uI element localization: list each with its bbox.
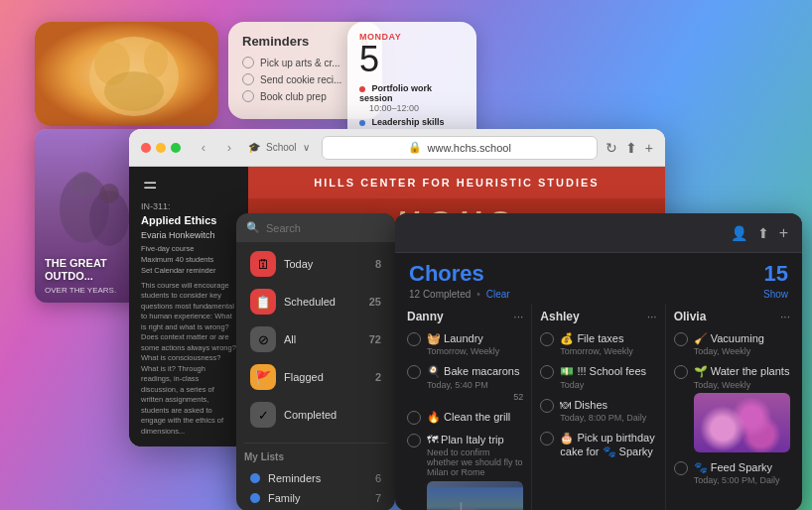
browser-reload-button[interactable]: ↻ bbox=[606, 140, 617, 156]
reminder-text-3: Book club prep bbox=[260, 91, 327, 102]
grill-emoji: 🔥 bbox=[427, 411, 441, 423]
taxes-emoji: 💰 bbox=[560, 332, 574, 344]
vacuum-checkbox[interactable] bbox=[674, 332, 688, 346]
task-file-taxes[interactable]: 💰 File taxes Tomorrow, Weekly bbox=[540, 331, 656, 356]
chores-show-button[interactable]: Show bbox=[763, 289, 788, 300]
cake-emoji: 🎂 bbox=[560, 432, 574, 444]
sidebar-item-scheduled[interactable]: 📋 Scheduled 25 bbox=[244, 284, 387, 319]
svg-point-4 bbox=[104, 71, 164, 111]
browser-share-button[interactable]: ⬆ bbox=[625, 140, 637, 156]
plants-checkbox[interactable] bbox=[674, 365, 688, 379]
task-clean-grill[interactable]: 🔥 Clean the grill bbox=[407, 410, 523, 425]
scheduled-count: 25 bbox=[369, 296, 381, 308]
chores-panel-title: Chores bbox=[409, 261, 484, 287]
course-instructor: Evaria Honkewitch bbox=[141, 230, 236, 240]
my-lists-section: Reminders 6 Family 7 Work 5 Groceries 11 bbox=[236, 464, 395, 510]
reminders-sidebar-panel: 🔍 🗓 Today 8 📋 Scheduled 25 ⊘ All 72 bbox=[236, 213, 395, 510]
today-count: 8 bbox=[375, 258, 381, 270]
browser-forward-button[interactable]: › bbox=[218, 137, 240, 159]
grill-checkbox[interactable] bbox=[407, 411, 421, 425]
event-dot-1 bbox=[359, 86, 365, 92]
italy-preview-image bbox=[427, 481, 523, 510]
sparky-emoji: 🐾 bbox=[694, 461, 708, 473]
family-list-dot bbox=[250, 493, 260, 503]
search-input[interactable] bbox=[266, 222, 385, 234]
danny-col-name: Danny bbox=[407, 310, 444, 323]
reminders-list-label: Reminders bbox=[268, 472, 321, 484]
sidebar-item-flagged[interactable]: 🚩 Flagged 2 bbox=[244, 359, 387, 395]
laundry-checkbox[interactable] bbox=[407, 332, 421, 346]
reminders-list-dot bbox=[250, 473, 260, 483]
italy-image-preview bbox=[427, 481, 523, 510]
chores-clear-button[interactable]: Clear bbox=[486, 289, 510, 300]
macarons-checkbox[interactable] bbox=[407, 365, 421, 379]
reminders-list-count: 6 bbox=[375, 472, 381, 484]
ashley-col-header: Ashley ··· bbox=[540, 308, 656, 325]
task-water-plants[interactable]: 🌱 Water the plants Today, Weekly bbox=[674, 364, 790, 451]
macarons-emoji: 🍳 bbox=[427, 365, 441, 377]
svg-point-8 bbox=[72, 172, 96, 195]
browser-back-button[interactable]: ‹ bbox=[193, 137, 214, 159]
italy-checkbox[interactable] bbox=[407, 434, 421, 447]
reminders-search-bar: 🔍 bbox=[236, 213, 395, 242]
svg-point-9 bbox=[99, 184, 119, 203]
task-feed-sparky[interactable]: 🐾 Feed Sparky Today, 5:00 PM, Daily bbox=[674, 460, 790, 485]
browser-toolbar: ‹ › 🎓 School ∨ 🔒 www.hchs.school ↻ ⬆ + bbox=[129, 129, 665, 167]
list-item-family[interactable]: Family 7 bbox=[244, 488, 387, 508]
add-task-icon[interactable]: + bbox=[779, 224, 788, 242]
feed-sparky-checkbox[interactable] bbox=[674, 461, 688, 475]
ashley-col-name: Ashley bbox=[540, 310, 579, 323]
today-icon: 🗓 bbox=[250, 251, 276, 277]
fees-name: 💵 !!! School fees bbox=[560, 364, 656, 378]
taxes-meta: Tomorrow, Weekly bbox=[560, 346, 656, 356]
sparky-cake-checkbox[interactable] bbox=[540, 432, 554, 446]
dishes-meta: Today, 8:00 PM, Daily bbox=[560, 413, 656, 423]
olivia-col-name: Olivia bbox=[674, 310, 707, 323]
sidebar-item-all[interactable]: ⊘ All 72 bbox=[244, 321, 387, 357]
task-vacuuming[interactable]: 🧹 Vacuuming Today, Weekly bbox=[674, 331, 790, 356]
sidebar-item-today[interactable]: 🗓 Today 8 bbox=[244, 246, 387, 282]
course-description: This course will encourage students to c… bbox=[141, 281, 236, 438]
flowers-image bbox=[694, 393, 790, 452]
browser-tab-icon: 🎓 bbox=[248, 142, 260, 153]
reminder-circle-3 bbox=[242, 90, 254, 102]
browser-url-bar[interactable]: 🔒 www.hchs.school bbox=[322, 136, 598, 160]
family-list-label: Family bbox=[268, 492, 300, 504]
task-school-fees[interactable]: 💵 !!! School fees Today bbox=[540, 364, 656, 389]
course-title: Applied Ethics bbox=[141, 214, 236, 226]
laundry-meta: Tomorrow, Weekly bbox=[427, 346, 523, 356]
laundry-name: 🧺 Laundry bbox=[427, 331, 523, 345]
list-item-reminders[interactable]: Reminders 6 bbox=[244, 468, 387, 488]
sidebar-item-completed[interactable]: ✓ Completed bbox=[244, 397, 387, 433]
olivia-col-more-button[interactable]: ··· bbox=[780, 310, 790, 323]
svg-rect-10 bbox=[427, 487, 523, 510]
dishes-checkbox[interactable] bbox=[540, 399, 554, 413]
vacuum-meta: Today, Weekly bbox=[694, 346, 790, 356]
calendar-day-number: 5 bbox=[359, 42, 465, 77]
task-bake-macarons[interactable]: 🍳 Bake macarons Today, 5:40 PM 52 bbox=[407, 364, 523, 401]
chores-completed-text: 12 Completed bbox=[409, 289, 471, 300]
task-italy-trip[interactable]: 🗺 Plan Italy trip Need to confirm whethe… bbox=[407, 433, 523, 510]
task-laundry[interactable]: 🧺 Laundry Tomorrow, Weekly bbox=[407, 331, 523, 356]
browser-add-tab-button[interactable]: + bbox=[645, 140, 653, 156]
fees-checkbox[interactable] bbox=[540, 365, 554, 379]
browser-window-controls bbox=[141, 143, 181, 153]
all-icon: ⊘ bbox=[250, 326, 276, 352]
reminders-smart-lists: 🗓 Today 8 📋 Scheduled 25 ⊘ All 72 🚩 bbox=[236, 242, 395, 439]
reminders-widget-title: Reminders bbox=[242, 34, 309, 49]
window-minimize-button[interactable] bbox=[156, 143, 166, 153]
window-close-button[interactable] bbox=[141, 143, 151, 153]
window-maximize-button[interactable] bbox=[171, 143, 181, 153]
profile-icon[interactable]: 👤 bbox=[731, 225, 747, 241]
browser-navigation: ‹ › bbox=[193, 137, 240, 159]
share-icon[interactable]: ⬆ bbox=[757, 225, 769, 241]
completed-label: Completed bbox=[284, 409, 337, 421]
danny-col-more-button[interactable]: ··· bbox=[513, 310, 523, 323]
browser-tab-label: School bbox=[266, 142, 297, 153]
ashley-col-more-button[interactable]: ··· bbox=[647, 310, 657, 323]
taxes-checkbox[interactable] bbox=[540, 332, 554, 346]
task-dishes[interactable]: 🍽 Dishes Today, 8:00 PM, Daily bbox=[540, 398, 656, 423]
browser-url-text: www.hchs.school bbox=[428, 142, 511, 154]
plants-meta: Today, Weekly bbox=[694, 380, 790, 390]
task-sparky-cake[interactable]: 🎂 Pick up birthday cake for 🐾 Sparky bbox=[540, 431, 656, 459]
